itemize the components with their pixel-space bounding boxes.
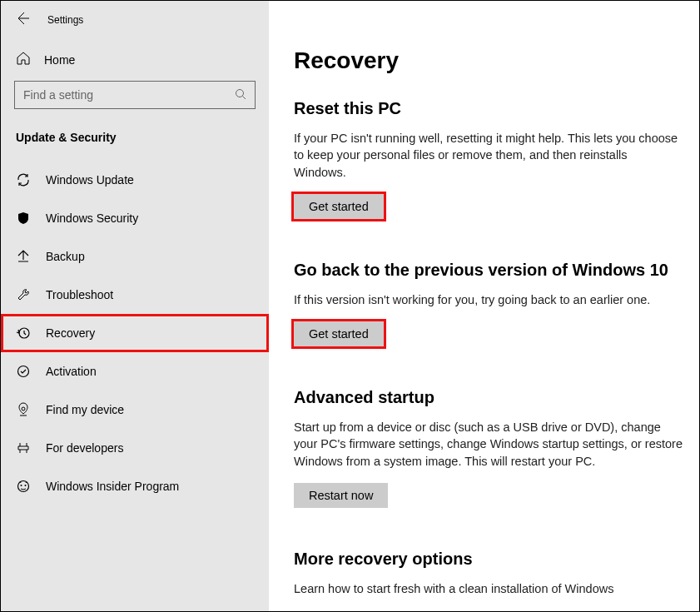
reset-body: If your PC isn't running well, resetting… (294, 130, 683, 181)
nav-label: Find my device (46, 403, 124, 416)
location-icon (16, 402, 31, 417)
nav-label: Windows Security (46, 211, 138, 225)
reset-get-started-button[interactable]: Get started (294, 194, 384, 219)
section-advanced-startup: Advanced startup Start up from a device … (294, 388, 683, 508)
search-icon (235, 88, 246, 102)
nav-list: Windows Update Windows Security Backup T… (1, 161, 269, 505)
nav-item-find-my-device[interactable]: Find my device (1, 391, 269, 429)
shield-icon (16, 211, 31, 226)
search-input[interactable] (23, 88, 235, 102)
nav-label: For developers (46, 441, 123, 455)
nav-item-for-developers[interactable]: For developers (1, 429, 269, 467)
nav-label: Activation (46, 365, 97, 378)
advanced-body: Start up from a device or disc (such as … (294, 419, 683, 470)
restart-now-button[interactable]: Restart now (294, 483, 388, 508)
backup-icon (16, 249, 31, 264)
wrench-icon (16, 287, 31, 302)
insider-icon (16, 479, 31, 494)
nav-item-backup[interactable]: Backup (1, 237, 269, 276)
svg-point-6 (21, 485, 22, 486)
svg-point-3 (18, 366, 29, 377)
home-icon (16, 51, 31, 69)
nav-label: Troubleshoot (46, 288, 113, 301)
goback-heading: Go back to the previous version of Windo… (294, 261, 683, 280)
nav-item-recovery[interactable]: Recovery (1, 314, 269, 352)
svg-point-5 (18, 481, 29, 492)
section-go-back: Go back to the previous version of Windo… (294, 261, 683, 346)
svg-line-1 (243, 96, 246, 99)
category-header: Update & Security (14, 131, 256, 144)
nav-label: Windows Insider Program (46, 480, 179, 493)
page-title: Recovery (294, 47, 683, 74)
nav-label: Recovery (46, 326, 95, 340)
section-more-recovery-options: More recovery options Learn how to start… (294, 550, 683, 597)
nav-item-windows-update[interactable]: Windows Update (1, 161, 269, 199)
nav-item-activation[interactable]: Activation (1, 352, 269, 391)
home-label: Home (44, 53, 75, 67)
svg-point-0 (236, 89, 244, 97)
history-icon (16, 326, 31, 341)
back-arrow-icon[interactable] (16, 12, 29, 29)
app-title: Settings (47, 14, 83, 26)
nav-item-windows-insider[interactable]: Windows Insider Program (1, 467, 269, 505)
svg-point-7 (25, 485, 27, 486)
search-box[interactable] (14, 81, 256, 109)
svg-point-4 (22, 407, 25, 410)
check-circle-icon (16, 364, 31, 379)
sync-icon (16, 172, 31, 187)
reset-heading: Reset this PC (294, 99, 683, 118)
home-nav[interactable]: Home (14, 42, 256, 81)
section-reset-this-pc: Reset this PC If your PC isn't running w… (294, 99, 683, 219)
goback-body: If this version isn't working for you, t… (294, 291, 683, 308)
nav-label: Windows Update (46, 173, 134, 187)
nav-label: Backup (46, 250, 85, 263)
nav-item-windows-security[interactable]: Windows Security (1, 199, 269, 237)
more-heading: More recovery options (294, 550, 683, 569)
more-link[interactable]: Learn how to start fresh with a clean in… (294, 580, 683, 597)
goback-get-started-button[interactable]: Get started (294, 321, 384, 346)
devtools-icon (16, 440, 31, 455)
main-content: Recovery Reset this PC If your PC isn't … (269, 1, 699, 611)
advanced-heading: Advanced startup (294, 388, 683, 407)
nav-item-troubleshoot[interactable]: Troubleshoot (1, 276, 269, 314)
